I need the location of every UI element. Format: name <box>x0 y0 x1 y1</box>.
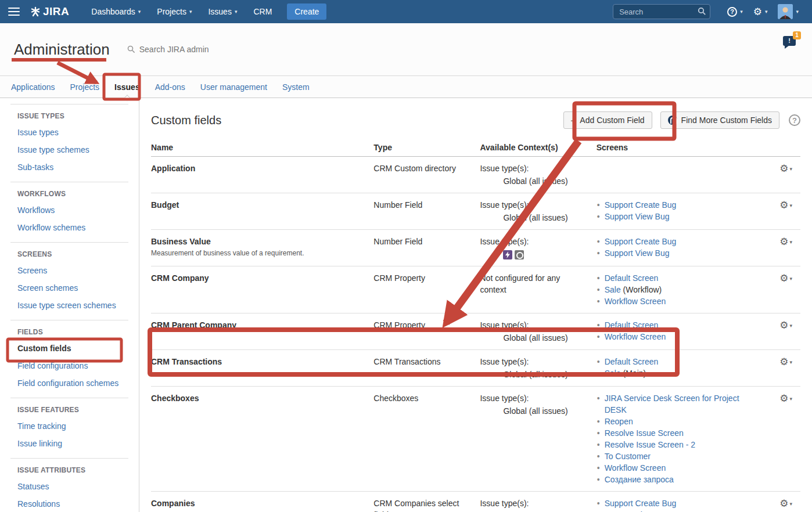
sidebar-item-screen-schemes[interactable]: Screen schemes <box>17 279 128 297</box>
cell-screens: Support Create BugSupport View Bug <box>597 492 768 512</box>
sidebar-item-issue-types[interactable]: Issue types <box>17 124 128 141</box>
screen-link-support-view-bug[interactable]: Support View Bug <box>605 212 670 221</box>
cell-actions: ⚙▾ <box>768 266 800 313</box>
screen-link-support-view-bug[interactable]: Support View Bug <box>605 248 670 258</box>
search-icon <box>698 7 706 16</box>
sidebar-item-issue-type-screen-schemes[interactable]: Issue type screen schemes <box>17 297 128 314</box>
table-row: ApplicationCRM Custom directoryIssue typ… <box>151 157 800 193</box>
screen-link-default-screen[interactable]: Default Screen <box>605 273 659 283</box>
nav-item-projects[interactable]: Projects▾ <box>149 0 200 23</box>
context-label: Issue type(s): <box>480 236 588 247</box>
screen-link-resolve-issue-screen[interactable]: Resolve Issue Screen <box>605 428 684 438</box>
screen-link-workflow-screen[interactable]: Workflow Screen <box>605 297 666 306</box>
gear-icon: ⚙ <box>779 273 788 284</box>
screen-link-support-create-bug[interactable]: Support Create Bug <box>605 499 677 508</box>
find-more-custom-fields-button[interactable]: Find More Custom Fields <box>660 111 779 129</box>
cell-screens: Support Create BugSupport View Bug <box>597 230 768 266</box>
tab-user-management[interactable]: User management <box>193 76 275 98</box>
user-menu[interactable]: ▾ <box>778 4 799 19</box>
admin-search-input[interactable] <box>139 45 256 54</box>
cell-name: CRM Transactions <box>151 350 373 387</box>
screen-link-workflow-screen[interactable]: Workflow Screen <box>605 463 666 473</box>
screens-list-item: Support Create Bug <box>597 199 760 211</box>
sidebar-section-fields: FIELDSCustom fieldsField configurationsF… <box>10 320 128 398</box>
context-label: Issue type(s): <box>480 392 588 404</box>
cell-context: Issue type(s):Global (all issues) <box>480 313 596 350</box>
jira-logo[interactable]: JIRA <box>30 5 69 18</box>
sidebar-item-statuses[interactable]: Statuses <box>17 478 128 495</box>
add-custom-field-button[interactable]: + Add Custom Field <box>563 111 652 129</box>
screen-link-[interactable]: Создание запроса <box>605 475 674 484</box>
context-label: Issue type(s): <box>480 199 588 211</box>
table-row: CheckboxesCheckboxesIssue type(s):Global… <box>151 387 800 492</box>
gear-icon: ⚙ <box>779 163 788 174</box>
screen-link-support-create-bug[interactable]: Support Create Bug <box>605 237 677 246</box>
sidebar-item-workflows[interactable]: Workflows <box>17 201 128 219</box>
row-gear-menu-button[interactable]: ⚙▾ <box>768 319 792 331</box>
screens-list-item: Support Create Bug <box>597 497 760 509</box>
screens-list-item: Workflow Screen <box>597 295 760 307</box>
screen-link-resolve-issue-screen-2[interactable]: Resolve Issue Screen - 2 <box>605 440 695 449</box>
table-row: CRM TransactionsCRM TransactionsIssue ty… <box>151 350 800 387</box>
row-gear-menu-button[interactable]: ⚙▾ <box>768 356 792 368</box>
tab-system[interactable]: System <box>275 76 317 98</box>
tab-add-ons[interactable]: Add-ons <box>148 76 193 98</box>
sidebar-item-time-tracking[interactable]: Time tracking <box>17 417 128 435</box>
row-gear-menu-button[interactable]: ⚙▾ <box>768 392 792 405</box>
screen-link-support-create-bug[interactable]: Support Create Bug <box>605 200 677 210</box>
row-gear-menu-button[interactable]: ⚙▾ <box>768 236 792 248</box>
chevron-down-icon: ▾ <box>138 9 141 15</box>
admin-search <box>127 45 256 54</box>
context-label: Issue type(s): <box>480 163 588 174</box>
tab-issues[interactable]: Issues <box>107 76 148 98</box>
tab-projects[interactable]: Projects <box>63 76 107 98</box>
sidebar-item-field-configuration-schemes[interactable]: Field configuration schemes <box>17 374 128 392</box>
cell-context: Issue type(s):Global (all issues) <box>480 350 596 387</box>
nav-item-label: CRM <box>253 7 272 16</box>
nav-item-issues[interactable]: Issues▾ <box>200 0 245 23</box>
sidebar-item-resolutions[interactable]: Resolutions <box>17 495 128 512</box>
cell-name: Application <box>151 157 373 193</box>
screen-link-to-customer[interactable]: To Customer <box>605 452 651 461</box>
sidebar-item-field-configurations[interactable]: Field configurations <box>17 357 128 374</box>
help-menu[interactable]: ?▾ <box>727 7 743 17</box>
sidebar-item-screens[interactable]: Screens <box>17 262 128 279</box>
help-icon[interactable]: ? <box>789 114 800 126</box>
screen-link-reopen[interactable]: Reopen <box>605 417 633 426</box>
sidebar-section-title: ISSUE ATTRIBUTES <box>17 466 128 474</box>
cell-name: Business ValueMeasurement of business va… <box>151 230 373 266</box>
row-gear-menu-button[interactable]: ⚙▾ <box>768 163 792 175</box>
sidebar-item-issue-linking[interactable]: Issue linking <box>17 435 128 452</box>
screens-list-item: Support View Bug <box>597 509 760 512</box>
tab-applications[interactable]: Applications <box>3 76 63 98</box>
cell-screens: Default ScreenSale (Workflow)Workflow Sc… <box>597 266 768 313</box>
screens-list: Support Create BugSupport View Bug <box>597 236 760 259</box>
sidebar-item-sub-tasks[interactable]: Sub-tasks <box>17 158 128 176</box>
screen-link-jira-service-desk-screen-for-project-desk[interactable]: JIRA Service Desk Screen for Project DES… <box>605 394 739 414</box>
nav-item-dashboards[interactable]: Dashboards▾ <box>83 0 149 23</box>
search-input[interactable] <box>613 4 710 19</box>
page-title: Administration <box>14 41 110 59</box>
sidebar-item-workflow-schemes[interactable]: Workflow schemes <box>17 219 128 236</box>
admin-gear-menu[interactable]: ⚙▾ <box>753 7 768 17</box>
screens-list-item: Reopen <box>597 416 760 427</box>
screens-list-item: Sale (Main) <box>597 367 760 379</box>
screen-link-workflow-screen[interactable]: Workflow Screen <box>605 332 666 341</box>
screen-link-sale[interactable]: Sale <box>605 285 621 294</box>
hamburger-menu-icon[interactable] <box>8 8 20 16</box>
cell-actions: ⚙▾ <box>768 230 800 266</box>
screens-list: JIRA Service Desk Screen for Project DES… <box>597 392 760 485</box>
row-gear-menu-button[interactable]: ⚙▾ <box>768 497 792 510</box>
sidebar-item-custom-fields[interactable]: Custom fields <box>17 340 128 357</box>
nav-item-crm[interactable]: CRM <box>245 0 280 23</box>
context-value <box>480 248 588 260</box>
create-button[interactable]: Create <box>287 3 326 20</box>
sidebar-item-issue-type-schemes[interactable]: Issue type schemes <box>17 141 128 158</box>
screen-link-sale[interactable]: Sale <box>605 369 621 378</box>
screen-link-default-screen[interactable]: Default Screen <box>605 320 659 330</box>
screen-link-default-screen[interactable]: Default Screen <box>605 357 659 366</box>
notification-bubble-icon[interactable]: ! 1 <box>783 36 796 46</box>
row-gear-menu-button[interactable]: ⚙▾ <box>768 272 792 284</box>
screens-list-item: Workflow Screen <box>597 462 760 474</box>
row-gear-menu-button[interactable]: ⚙▾ <box>768 199 792 211</box>
